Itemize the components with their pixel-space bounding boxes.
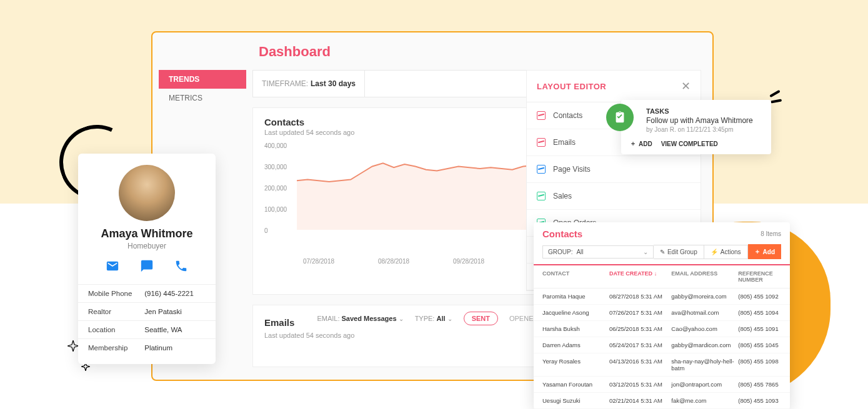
chart-icon: [537, 192, 546, 200]
table-row[interactable]: Yasaman Foroutan03/12/2015 5:31 AMjon@on…: [534, 377, 790, 393]
item-count: 8 Items: [761, 230, 781, 237]
group-selector[interactable]: GROUP: All ⌄: [542, 245, 654, 259]
email-icon[interactable]: [106, 259, 119, 275]
task-badge-icon: [606, 104, 634, 131]
table-row[interactable]: Darren Adams05/24/2017 5:31 AMgabby@mard…: [534, 337, 790, 353]
contacts-title: Contacts: [542, 229, 582, 239]
add-task-button[interactable]: ＋ADD: [630, 139, 652, 148]
contact-field-row: RealtorJen Pataski: [78, 302, 216, 320]
col-reference[interactable]: REFERENCE NUMBER: [738, 270, 781, 283]
tasks-card: TASKS Follow up with Amaya Whitmore by J…: [621, 100, 771, 154]
view-completed-button[interactable]: VIEW COMPLETED: [661, 139, 718, 148]
contacts-list-window: Contacts 8 Items GROUP: All ⌄ ✎Edit Grou…: [534, 222, 790, 409]
field-value: Jen Pataski: [144, 308, 181, 315]
chart-icon: [537, 165, 546, 174]
timeframe-selector[interactable]: TIMEFRAME: Last 30 days: [253, 71, 365, 97]
add-contact-button[interactable]: ＋Add: [748, 244, 781, 259]
pencil-icon: ✎: [660, 249, 665, 255]
contact-field-row: LocationSeattle, WA: [78, 320, 216, 338]
task-description: Follow up with Amaya Whitmore: [646, 116, 762, 125]
field-value: Seattle, WA: [144, 326, 182, 333]
table-row[interactable]: Uesugi Suzuki02/21/2014 5:31 AMfak@me.co…: [534, 393, 790, 409]
contact-field-row: MembershipPlatinum: [78, 338, 216, 357]
table-row[interactable]: Harsha Buksh06/25/2018 5:31 AMCao@yahoo.…: [534, 321, 790, 337]
layout-item-sales[interactable]: Sales: [527, 183, 701, 210]
field-label: Location: [88, 326, 144, 333]
col-date-created[interactable]: DATE CREATED ↓: [609, 270, 671, 283]
layout-item-page-visits[interactable]: Page Visits: [527, 156, 701, 183]
table-row[interactable]: Jacqueline Asong07/26/2017 5:31 AMava@ho…: [534, 305, 790, 321]
table-header: CONTACT DATE CREATED ↓ EMAIL ADDRESS REF…: [534, 265, 790, 288]
type-filter[interactable]: TYPE: All ⌄: [415, 315, 452, 322]
field-label: Realtor: [88, 308, 144, 315]
field-label: Mobile Phone: [88, 290, 144, 297]
phone-icon[interactable]: [174, 259, 188, 275]
chevron-down-icon: ⌄: [643, 249, 648, 255]
task-meta: by Joan R. on 11/21/21 3:45pm: [646, 126, 762, 133]
tab-sent[interactable]: SENT: [464, 312, 498, 325]
chevron-down-icon: ⌄: [447, 315, 452, 322]
col-email[interactable]: EMAIL ADDRESS: [671, 270, 738, 283]
sort-down-icon: ↓: [654, 270, 657, 277]
page-title: Dashboard: [152, 32, 712, 67]
field-value: (916) 445-2221: [144, 290, 194, 297]
field-value: Platinum: [144, 344, 172, 352]
plus-icon: ＋: [754, 247, 761, 256]
chart-icon: [537, 138, 546, 147]
bolt-icon: ⚡: [711, 249, 718, 255]
chart-icon: [537, 111, 546, 120]
contact-field-row: Mobile Phone(916) 445-2221: [78, 284, 216, 302]
col-contact[interactable]: CONTACT: [542, 270, 609, 283]
email-filter[interactable]: EMAIL: Saved Messages ⌄: [317, 315, 403, 322]
sidebar-item-trends[interactable]: TRENDS: [159, 70, 246, 89]
contact-role: Homebuyer: [78, 242, 216, 250]
plus-icon: ＋: [630, 139, 636, 148]
sidebar-item-metrics[interactable]: METRICS: [159, 89, 246, 107]
chevron-down-icon: ⌄: [399, 315, 404, 322]
table-row[interactable]: Yeray Rosales04/13/2016 5:31 AMsha-nay-n…: [534, 353, 790, 377]
avatar: [119, 165, 175, 221]
close-icon[interactable]: ✕: [681, 79, 691, 93]
contact-card: Amaya Whitmore Homebuyer Mobile Phone(91…: [78, 154, 216, 364]
edit-group-button[interactable]: ✎Edit Group: [654, 245, 704, 259]
layout-editor-title: LAYOUT EDITOR: [537, 82, 606, 91]
table-row[interactable]: Paromita Haque08/27/2018 5:31 AMgabby@mo…: [534, 288, 790, 305]
sidebar: TRENDS METRICS: [159, 70, 246, 107]
field-label: Membership: [88, 344, 144, 352]
panel-title: Emails: [253, 308, 306, 329]
message-icon[interactable]: [140, 259, 154, 275]
actions-button[interactable]: ⚡Actions: [704, 245, 748, 259]
tasks-title: TASKS: [646, 107, 762, 115]
contact-name: Amaya Whitmore: [78, 227, 216, 240]
